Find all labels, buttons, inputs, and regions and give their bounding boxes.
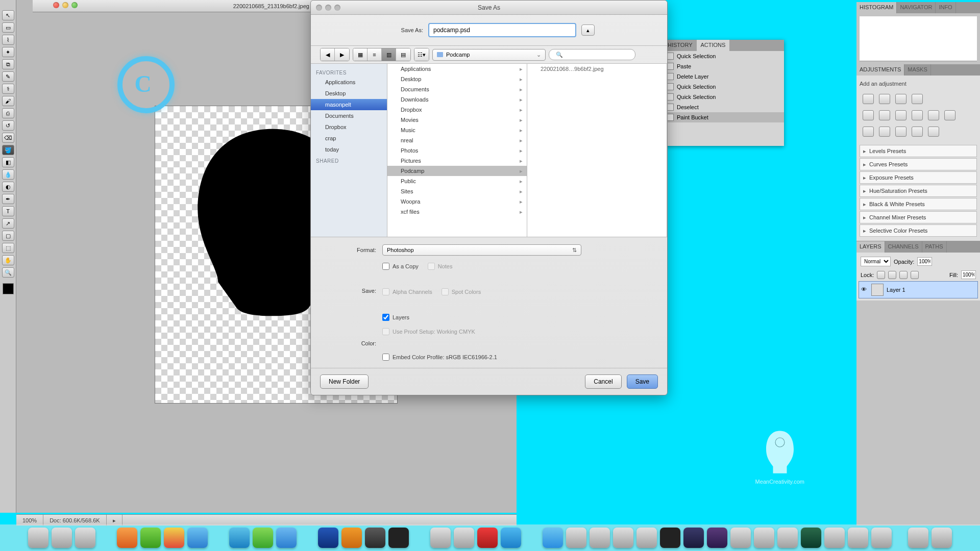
file-item[interactable]: 220021068…9b6bf2.jpeg <box>527 64 667 74</box>
lock-position-icon[interactable] <box>899 271 908 279</box>
aftereffects-icon[interactable] <box>683 528 704 548</box>
layer-thumbnail[interactable] <box>871 284 884 296</box>
zoom-tool[interactable]: 🔍 <box>2 267 14 278</box>
lock-all-icon[interactable] <box>911 271 919 279</box>
type-tool[interactable]: T <box>2 206 14 216</box>
chrome-icon[interactable] <box>164 528 184 548</box>
history-item[interactable]: Delete Layer <box>664 71 784 82</box>
earth-icon[interactable] <box>636 528 657 548</box>
folder-item[interactable]: Woopra <box>387 196 527 207</box>
dialog-close-icon[interactable] <box>316 5 322 11</box>
audition-icon[interactable] <box>801 528 821 548</box>
dock[interactable] <box>0 524 980 551</box>
twitter-icon[interactable] <box>543 528 563 548</box>
history-item[interactable]: Deselect <box>664 102 784 112</box>
3d-tool[interactable]: ⬚ <box>2 243 14 253</box>
firefox-icon[interactable] <box>117 528 137 548</box>
folder-item[interactable]: Documents <box>387 84 527 94</box>
histogram-tab[interactable]: HISTOGRAM <box>856 2 897 13</box>
mission-control-icon[interactable] <box>75 528 95 548</box>
dashboard-icon[interactable] <box>52 528 72 548</box>
camino-icon[interactable] <box>140 528 161 548</box>
skype-icon[interactable] <box>501 528 521 548</box>
embed-profile-checkbox[interactable]: Embed Color Profile: sRGB IEC61966-2.1 <box>382 354 497 361</box>
folder-item[interactable]: Podcamp <box>387 166 527 176</box>
dialog-window-controls[interactable] <box>316 5 340 11</box>
textedit-icon[interactable] <box>430 528 451 548</box>
threshold-icon[interactable] <box>895 127 906 137</box>
garageband-icon[interactable] <box>824 528 845 548</box>
quick-select-tool[interactable]: ✦ <box>2 47 14 57</box>
healing-tool[interactable]: ⚕ <box>2 84 14 94</box>
format-select[interactable]: Photoshop⇅ <box>382 244 581 256</box>
blend-mode-select[interactable]: Normal <box>861 257 891 266</box>
posterize-icon[interactable] <box>879 127 890 137</box>
sidebar-item[interactable]: Desktop <box>311 88 387 99</box>
preview-icon[interactable] <box>454 528 474 548</box>
as-a-copy-checkbox[interactable]: As a Copy <box>382 263 419 270</box>
visibility-icon[interactable]: 👁 <box>861 286 868 293</box>
marquee-tool[interactable]: ▭ <box>2 22 14 33</box>
app2-icon[interactable] <box>848 528 868 548</box>
coverflow-view-button[interactable]: ▤ <box>396 48 410 61</box>
sidebar-item[interactable]: masonpelt <box>311 99 387 110</box>
window-controls[interactable] <box>53 2 78 8</box>
lock-transparent-icon[interactable] <box>877 271 885 279</box>
blur-tool[interactable]: 💧 <box>2 169 14 180</box>
history-item[interactable]: Quick Selection <box>664 92 784 102</box>
preset-exposure[interactable]: Exposure Presets <box>860 171 977 184</box>
preset-curves[interactable]: Curves Presets <box>860 158 977 170</box>
invert-icon[interactable] <box>863 127 874 137</box>
browser-column-1[interactable]: Applications Desktop Documents Downloads… <box>387 64 527 237</box>
eraser-tool[interactable]: ⌫ <box>2 133 14 143</box>
info-tab[interactable]: INFO <box>936 2 955 13</box>
mail-icon[interactable] <box>590 528 610 548</box>
exposure-icon[interactable] <box>912 94 923 104</box>
premiere-icon[interactable] <box>707 528 727 548</box>
preset-channelmix[interactable]: Channel Mixer Presets <box>860 211 977 223</box>
app3-icon[interactable] <box>871 528 892 548</box>
folder-item[interactable]: Movies <box>387 115 527 125</box>
sidebar-item[interactable]: Documents <box>311 110 387 121</box>
messages-icon[interactable] <box>613 528 633 548</box>
sidebar-item[interactable]: today <box>311 144 387 155</box>
adjustments-tab[interactable]: ADJUSTMENTS <box>856 64 904 76</box>
foreground-swatch[interactable] <box>3 284 13 294</box>
photoshop-icon[interactable] <box>318 528 338 548</box>
back-button[interactable]: ◀ <box>321 48 335 61</box>
history-item[interactable]: Quick Selection <box>664 51 784 61</box>
icon-view-button[interactable]: ▦ <box>353 48 368 61</box>
forward-button[interactable]: ▶ <box>335 48 349 61</box>
channel-mixer-icon[interactable] <box>944 110 955 120</box>
actions-tab[interactable]: ACTIONS <box>697 40 730 51</box>
folder-item[interactable]: Pictures <box>387 156 527 166</box>
folder-item[interactable]: Sites <box>387 186 527 196</box>
history-brush-tool[interactable]: ↺ <box>2 120 14 131</box>
preset-huesat[interactable]: Hue/Saturation Presets <box>860 185 977 197</box>
layer-name[interactable]: Layer 1 <box>887 287 905 293</box>
levels-icon[interactable] <box>879 94 890 104</box>
contacts-icon[interactable] <box>566 528 586 548</box>
path-dropdown[interactable]: Podcamp ⌄ <box>432 49 546 61</box>
fill-input[interactable] <box>961 270 976 279</box>
preset-bw[interactable]: Black & White Presets <box>860 198 977 210</box>
hand-tool[interactable]: ✋ <box>2 255 14 265</box>
pen-tool[interactable]: ✒ <box>2 194 14 204</box>
color-balance-icon[interactable] <box>895 110 906 120</box>
history-panel[interactable]: HISTORY ACTIONS Quick Selection Paste De… <box>664 40 784 146</box>
column-view-button[interactable]: ▥ <box>382 48 396 61</box>
dodge-tool[interactable]: ◐ <box>2 182 14 192</box>
lasso-tool[interactable]: ⌇ <box>2 35 14 45</box>
gradient-map-icon[interactable] <box>912 127 923 137</box>
lock-pixels-icon[interactable] <box>888 271 896 279</box>
save-button[interactable]: Save <box>627 374 658 389</box>
idvd-icon[interactable] <box>754 528 774 548</box>
history-item[interactable]: Quick Selection <box>664 82 784 92</box>
opacity-input[interactable] <box>917 257 932 266</box>
illustrator-icon[interactable] <box>341 528 362 548</box>
new-folder-button[interactable]: New Folder <box>320 374 369 389</box>
aperture-icon[interactable] <box>388 528 409 548</box>
filename-input[interactable] <box>428 23 576 37</box>
crop-tool[interactable]: ⧉ <box>2 59 14 69</box>
close-icon[interactable] <box>53 2 59 8</box>
